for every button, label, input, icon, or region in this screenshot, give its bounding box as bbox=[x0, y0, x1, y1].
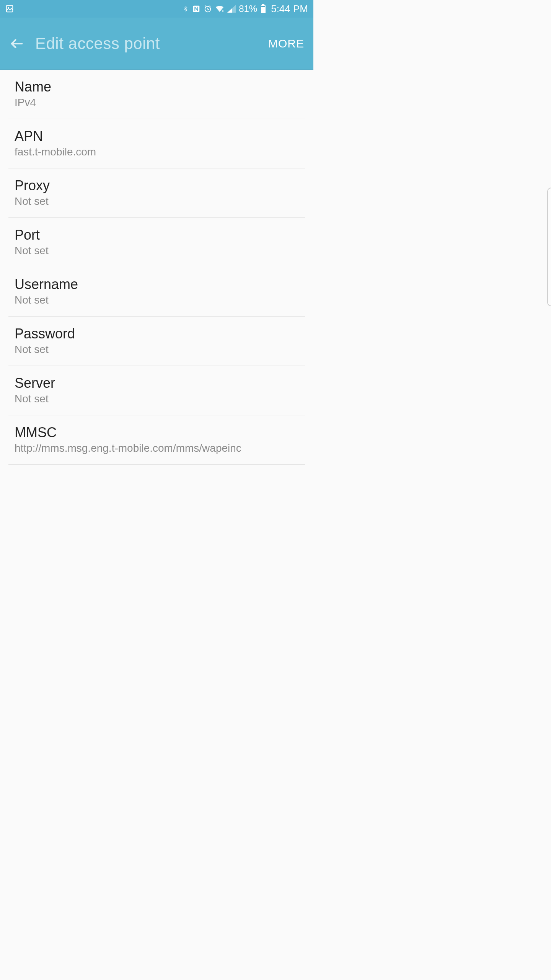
settings-list: Name IPv4 APN fast.t-mobile.com Proxy No… bbox=[0, 70, 313, 465]
row-value: Not set bbox=[15, 343, 299, 356]
clock-time: 5:44 PM bbox=[271, 3, 308, 15]
row-label: Port bbox=[15, 227, 299, 243]
battery-icon bbox=[260, 4, 266, 13]
row-value: Not set bbox=[15, 195, 299, 207]
row-label: Username bbox=[15, 276, 299, 292]
row-label: Password bbox=[15, 326, 299, 342]
row-label: APN bbox=[15, 128, 299, 144]
row-username[interactable]: Username Not set bbox=[8, 267, 305, 317]
more-button[interactable]: MORE bbox=[268, 37, 304, 50]
svg-rect-4 bbox=[262, 4, 264, 5]
status-bar: 81% 5:44 PM bbox=[0, 0, 313, 18]
row-value: IPv4 bbox=[15, 96, 299, 109]
row-value: Not set bbox=[15, 245, 299, 257]
picture-icon bbox=[5, 5, 14, 13]
row-label: Server bbox=[15, 375, 299, 391]
alarm-icon bbox=[204, 5, 212, 13]
row-label: MMSC bbox=[15, 425, 299, 441]
row-proxy[interactable]: Proxy Not set bbox=[8, 168, 305, 218]
svg-point-1 bbox=[8, 7, 9, 8]
signal-icon bbox=[227, 5, 236, 13]
battery-percent: 81% bbox=[239, 3, 257, 14]
row-server[interactable]: Server Not set bbox=[8, 366, 305, 415]
row-label: Name bbox=[15, 79, 299, 95]
bluetooth-icon bbox=[182, 5, 189, 13]
svg-rect-7 bbox=[261, 6, 265, 7]
row-mmsc[interactable]: MMSC http://mms.msg.eng.t-mobile.com/mms… bbox=[8, 415, 305, 465]
wifi-icon bbox=[215, 5, 224, 13]
row-value: http://mms.msg.eng.t-mobile.com/mms/wape… bbox=[15, 442, 299, 454]
app-bar: Edit access point MORE bbox=[0, 18, 313, 70]
nfc-icon bbox=[192, 5, 201, 13]
row-value: Not set bbox=[15, 294, 299, 306]
row-apn[interactable]: APN fast.t-mobile.com bbox=[8, 119, 305, 168]
back-button[interactable] bbox=[9, 36, 24, 51]
row-port[interactable]: Port Not set bbox=[8, 218, 305, 267]
row-name[interactable]: Name IPv4 bbox=[8, 70, 305, 119]
row-label: Proxy bbox=[15, 178, 299, 194]
row-value: Not set bbox=[15, 393, 299, 405]
page-title: Edit access point bbox=[35, 34, 268, 53]
row-value: fast.t-mobile.com bbox=[15, 146, 299, 158]
row-password[interactable]: Password Not set bbox=[8, 317, 305, 366]
